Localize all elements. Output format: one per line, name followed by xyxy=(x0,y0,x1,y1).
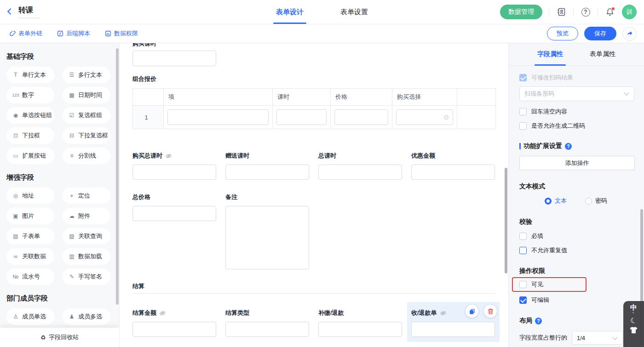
checkbox-no-repeat[interactable]: 不允许重复值 xyxy=(519,246,634,255)
subform-row-index: 1 xyxy=(133,106,164,129)
sidebar-scrollbar[interactable] xyxy=(116,48,119,305)
share-button[interactable] xyxy=(622,27,637,41)
sidebar-item-checkbox-group[interactable]: ☑复选框组 xyxy=(63,107,110,124)
sidebar-item-select[interactable]: ⊡下拉框 xyxy=(6,127,54,144)
checkbox-required[interactable]: 必填 xyxy=(519,232,634,240)
sidebar-item-member-single[interactable]: ♙成员单选 xyxy=(6,308,54,325)
sidebar-item-subform[interactable]: ▤子表单 xyxy=(6,228,54,245)
field-input[interactable] xyxy=(318,165,402,180)
theme-shirt-icon[interactable] xyxy=(629,326,638,334)
form-title[interactable]: 转课 xyxy=(18,6,40,18)
chevron-down-icon xyxy=(612,335,617,340)
sidebar-item-divider[interactable]: ≡分割线 xyxy=(63,148,110,164)
note-textarea[interactable] xyxy=(225,206,309,269)
field-settlement-amount[interactable]: 结算金额 xyxy=(132,309,216,337)
avatar[interactable]: 训 xyxy=(622,5,637,19)
choice-radio-icon: ⊙ xyxy=(443,114,449,120)
field-input[interactable] xyxy=(132,206,216,221)
field-note[interactable]: 备注 xyxy=(225,193,309,269)
sidebar-item-multi-select[interactable]: ⊟下拉复选框 xyxy=(63,127,110,144)
field-input[interactable] xyxy=(225,165,309,180)
field-input[interactable] xyxy=(132,165,216,180)
canvas-scrollbar[interactable] xyxy=(505,168,507,273)
data-permission-link[interactable]: 数据权限 xyxy=(105,29,138,38)
properties-panel: 字段属性 表单属性 可修改扫码结果 扫描条形码 回车清空内容 是否允许生成二维码… xyxy=(508,43,644,347)
help-badge-icon[interactable]: ? xyxy=(565,143,572,150)
checkbox-visible[interactable]: 可见 xyxy=(519,280,543,289)
tool-link-label: 表单外链 xyxy=(18,29,42,38)
sidebar-item-extend-button[interactable]: ▭扩展按钮 xyxy=(6,148,54,164)
sidebar-item-image[interactable]: ▣图片 xyxy=(6,208,54,224)
checkbox-allow-qrcode[interactable]: 是否允许生成二维码 xyxy=(519,122,634,130)
sidebar-item-radio-group[interactable]: ◉单选按钮组 xyxy=(6,107,54,124)
field-discount-amount[interactable]: 优惠金额 xyxy=(411,152,495,180)
delete-field-button[interactable] xyxy=(484,305,497,318)
field-input[interactable] xyxy=(411,322,495,337)
checkbox-enter-clear[interactable]: 回车清空内容 xyxy=(519,108,634,116)
field-width-select[interactable]: 1/4 xyxy=(572,331,623,345)
field-input[interactable] xyxy=(411,165,495,180)
translate-toggle[interactable]: 中 , xyxy=(630,304,637,315)
sidebar-item-multi-text[interactable]: ☰多行文本 xyxy=(63,67,110,83)
dark-mode-moon-icon[interactable]: ☾ xyxy=(629,315,638,325)
sidebar-item-serial-number[interactable]: №流水号 xyxy=(6,268,54,285)
tab-form-settings[interactable]: 表单设置 xyxy=(338,0,371,24)
top-bar: 转课 表单设计 表单设置 数据管理 ? 训 xyxy=(0,0,644,24)
sidebar-item-member-multi[interactable]: ♟成员多选 xyxy=(63,308,110,325)
sidebar-item-signature[interactable]: ✎手写签名 xyxy=(63,268,110,285)
subform-item-input[interactable] xyxy=(167,109,269,125)
tab-field-properties[interactable]: 字段属性 xyxy=(537,43,563,65)
field-input[interactable] xyxy=(318,322,402,337)
copy-field-button[interactable] xyxy=(466,305,478,318)
accent-bar xyxy=(519,143,521,149)
sidebar-item-geolocate[interactable]: ⌖定位 xyxy=(63,188,110,204)
sidebar-item-address[interactable]: ◎地址 xyxy=(6,188,54,204)
help-icon[interactable]: ? xyxy=(580,6,591,17)
sidebar-item-attachment[interactable]: ☁附件 xyxy=(63,208,110,224)
subform-choice-input[interactable]: ⊙ xyxy=(396,109,453,125)
field-input[interactable] xyxy=(132,322,216,337)
tab-form-design[interactable]: 表单设计 xyxy=(273,0,306,24)
field-pay-refund[interactable]: 补缴/退款 xyxy=(318,309,402,337)
copy-icon xyxy=(469,308,476,315)
people-icon: ♟ xyxy=(68,313,76,320)
permission-label: 操作权限 xyxy=(519,267,634,275)
field-total-hours[interactable]: 总课时 xyxy=(318,152,402,180)
field-input[interactable] xyxy=(225,322,309,337)
field-gift-hours[interactable]: 赠送课时 xyxy=(225,152,309,180)
field-receipt-refund-selected[interactable]: 收/退款单 xyxy=(411,309,495,337)
sidebar-item-relation-data[interactable]: ∞关联数据 xyxy=(6,248,54,265)
checkbox-modify-scan-result[interactable]: 可修改扫码结果 xyxy=(519,74,634,82)
notification-bell-icon[interactable] xyxy=(604,6,615,17)
radio-password-mode[interactable]: 密码 xyxy=(585,197,607,205)
width-label: 字段宽度占整行的 xyxy=(519,334,567,342)
sidebar-item-single-text[interactable]: T单行文本 xyxy=(6,67,54,83)
form-canvas[interactable]: 购买课时 组合报价 项 课时 价格 购买选择 1 ⊙ xyxy=(120,43,508,347)
back-icon[interactable] xyxy=(7,8,14,15)
contacts-icon[interactable] xyxy=(556,6,567,17)
relation-query-icon: ▧ xyxy=(68,233,76,239)
sidebar-item-data-load[interactable]: ▥数据加载 xyxy=(63,248,110,265)
field-total-purchased-hours[interactable]: 购买总课时 xyxy=(132,152,216,180)
help-badge-icon[interactable]: ? xyxy=(535,318,542,324)
subform-price-input[interactable] xyxy=(334,109,388,125)
preview-button[interactable]: 预览 xyxy=(547,27,578,40)
scan-type-select[interactable]: 扫描条形码 xyxy=(519,86,634,101)
field-settlement-type[interactable]: 结算类型 xyxy=(225,309,309,337)
field-input[interactable] xyxy=(132,51,216,66)
sidebar-item-datetime[interactable]: ▦日期时间 xyxy=(63,87,110,103)
field-recycle-bin[interactable]: ♻ 字段回收站 xyxy=(0,328,119,347)
sidebar-item-relation-query[interactable]: ▧关联查询 xyxy=(63,228,110,245)
backend-script-link[interactable]: 后端脚本 xyxy=(57,29,90,38)
form-external-link[interactable]: 表单外链 xyxy=(9,29,42,38)
checkbox-editable[interactable]: 可编辑 xyxy=(519,296,634,304)
subform-hours-input[interactable] xyxy=(276,109,327,125)
radio-text-mode[interactable]: 文本 xyxy=(545,197,567,205)
sidebar-item-number[interactable]: 123数字 xyxy=(6,87,54,103)
validation-label: 校验 xyxy=(519,218,634,226)
add-action-button[interactable]: 添加操作 xyxy=(519,156,635,170)
save-button[interactable]: 保存 xyxy=(584,27,616,40)
data-manage-button[interactable]: 数据管理 xyxy=(500,5,542,19)
field-total-price[interactable]: 总价格 xyxy=(132,193,216,269)
tab-form-properties[interactable]: 表单属性 xyxy=(590,43,615,65)
